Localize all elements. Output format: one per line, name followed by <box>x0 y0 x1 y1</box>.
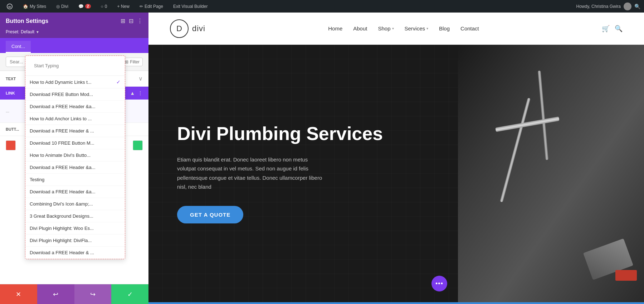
panel-footer: ✕ ↩ ↪ ✓ <box>0 284 148 304</box>
logo-circle: D <box>170 19 189 38</box>
cancel-button[interactable]: ✕ <box>0 284 37 304</box>
tab-content[interactable]: Cont... <box>6 41 31 53</box>
dropdown-item[interactable]: Download a FREE Header & ... <box>25 247 125 259</box>
divi-button[interactable]: ◎ Divi <box>53 3 71 10</box>
dropdown-item[interactable]: How to Add Dynamic Links t...✓ <box>25 76 125 88</box>
hero-right <box>458 45 644 302</box>
preset-value[interactable]: Default <box>21 29 34 34</box>
preset-chevron-icon: ▼ <box>36 30 39 34</box>
nav-blog[interactable]: Blog <box>439 25 450 32</box>
comments-button[interactable]: 💬 2 <box>75 3 94 10</box>
dropdown-item[interactable]: Download a FREE Header & ... <box>25 125 125 137</box>
panel-tabs: Cont... <box>0 38 148 53</box>
hero-subtitle: Etiam quis blandit erat. Donec laoreet l… <box>177 155 327 192</box>
site-nav: D divi Home About Shop ▾ Services ▾ Blog… <box>148 13 644 45</box>
check-icon: ✓ <box>116 79 121 85</box>
fab-button[interactable]: ••• <box>431 276 447 291</box>
nav-icons: 🛒 🔍 <box>602 25 623 33</box>
user-avatar <box>624 3 631 10</box>
wp-icon-button[interactable]: W <box>4 2 16 11</box>
nav-about[interactable]: About <box>353 25 367 32</box>
confirm-button[interactable]: ✓ <box>111 284 148 304</box>
grid-icon[interactable]: ⊟ <box>129 18 133 24</box>
edit-icon: ✏ <box>140 4 143 9</box>
nav-contact[interactable]: Contact <box>460 25 479 32</box>
bubble-button[interactable]: ○ 0 <box>98 3 110 10</box>
my-sites-button[interactable]: 🏠 My Sites <box>20 3 49 10</box>
dropdown-item[interactable]: Download 10 FREE Button M... <box>25 137 125 149</box>
color-swatch-green[interactable] <box>133 140 143 150</box>
tab-content-label: Cont... <box>11 44 25 49</box>
dropdown-item[interactable]: Download a FREE Header &a... <box>25 101 125 113</box>
dropdown-item[interactable]: Download FREE Button Mod... <box>25 88 125 101</box>
dropdown-item[interactable]: Divi Plugin Highlight: DiviFla... <box>25 235 125 247</box>
divi-icon: ◎ <box>56 4 60 9</box>
admin-bar-right: Howdy, Christina Gwira 🔍 <box>576 3 640 10</box>
exit-builder-button[interactable]: Exit Visual Builder <box>170 3 211 10</box>
edit-page-button[interactable]: ✏ Edit Page <box>137 3 166 10</box>
panel-header: Button Settings ⊞ ⊟ ⋮ <box>0 13 148 28</box>
user-search-icon[interactable]: 🔍 <box>634 4 640 9</box>
logo-d: D <box>176 24 182 33</box>
shop-chevron-icon: ▾ <box>392 26 394 30</box>
svg-text:W: W <box>8 5 11 8</box>
hero-section: Divi Plumbing Services Etiam quis blandi… <box>148 45 644 302</box>
glove-element <box>615 270 637 281</box>
dropdown-item[interactable]: Divi Plugin Highlight: Woo Es... <box>25 222 125 235</box>
dropdown-item[interactable]: Download a FREE Header &a... <box>25 186 125 198</box>
dropdown-item[interactable]: 3 Great Background Designs... <box>25 210 125 222</box>
services-chevron-icon: ▾ <box>426 26 428 30</box>
link-up-icon[interactable]: ▲ <box>130 90 135 96</box>
nav-links: Home About Shop ▾ Services ▾ Blog Contac… <box>328 25 479 32</box>
link-more-icon[interactable]: ⋮ <box>138 90 143 96</box>
new-button[interactable]: + New <box>114 3 132 10</box>
nav-services[interactable]: Services ▾ <box>405 25 429 32</box>
undo-button[interactable]: ↩ <box>37 284 74 304</box>
bubble-icon: ○ <box>101 4 103 9</box>
logo-text: divi <box>192 24 205 33</box>
undo-icon: ↩ <box>53 290 58 298</box>
comment-icon: 💬 <box>78 4 84 9</box>
expand-icon[interactable]: ⊞ <box>121 18 125 24</box>
main-area: Button Settings ⊞ ⊟ ⋮ Preset: Default ▼ … <box>0 13 644 304</box>
link-section-icons: ▲ ⋮ <box>130 90 143 96</box>
redo-button[interactable]: ↪ <box>74 284 112 304</box>
site-preview: D divi Home About Shop ▾ Services ▾ Blog… <box>148 13 644 304</box>
text-section-label: Text <box>6 77 16 81</box>
panel-header-icons: ⊞ ⊟ ⋮ <box>121 18 143 24</box>
hero-title: Divi Plumbing Services <box>177 124 429 144</box>
dropdown-item[interactable]: Download a FREE Header &a... <box>25 161 125 174</box>
cancel-icon: ✕ <box>16 290 21 298</box>
link-placeholder: ... <box>6 108 9 114</box>
dropdown-item[interactable]: How to Add Anchor Links to ... <box>25 113 125 125</box>
cart-icon[interactable]: 🛒 <box>602 25 610 33</box>
hero-image <box>458 45 644 302</box>
search-icon[interactable]: 🔍 <box>615 25 623 33</box>
confirm-icon: ✓ <box>127 290 133 298</box>
bottom-strip <box>148 302 644 304</box>
dropdown-item[interactable]: Combining Divi's Icon &amp;... <box>25 198 125 210</box>
site-logo: D divi <box>170 19 205 38</box>
preset-text: Preset: <box>6 29 19 34</box>
color-swatch-red[interactable] <box>6 140 16 150</box>
dropdown-search-row <box>25 56 125 76</box>
my-sites-label: My Sites <box>30 4 46 9</box>
nav-home[interactable]: Home <box>328 25 342 32</box>
edit-page-label: Edit Page <box>145 4 163 9</box>
more-icon[interactable]: ⋮ <box>137 18 143 24</box>
link-dropdown: How to Add Dynamic Links t...✓Download F… <box>25 56 125 259</box>
comment-badge: 2 <box>85 4 91 9</box>
filter-label: Filter <box>130 59 140 64</box>
dropdown-search-input[interactable] <box>30 59 121 72</box>
panel-title: Button Settings <box>6 18 48 24</box>
dropdown-list: How to Add Dynamic Links t...✓Download F… <box>25 76 125 259</box>
link-section-label: Link <box>6 91 15 95</box>
exit-builder-label: Exit Visual Builder <box>173 4 208 9</box>
hero-cta-button[interactable]: GET A QUOTE <box>177 206 243 223</box>
nav-shop[interactable]: Shop ▾ <box>378 25 394 32</box>
admin-bar-left: W 🏠 My Sites ◎ Divi 💬 2 ○ 0 + New ✏ Edit… <box>4 2 574 11</box>
wordpress-icon: W <box>6 3 13 10</box>
new-label: + New <box>117 4 130 9</box>
dropdown-item[interactable]: How to Animate Divi's Butto... <box>25 149 125 161</box>
dropdown-item[interactable]: Testing <box>25 174 125 186</box>
